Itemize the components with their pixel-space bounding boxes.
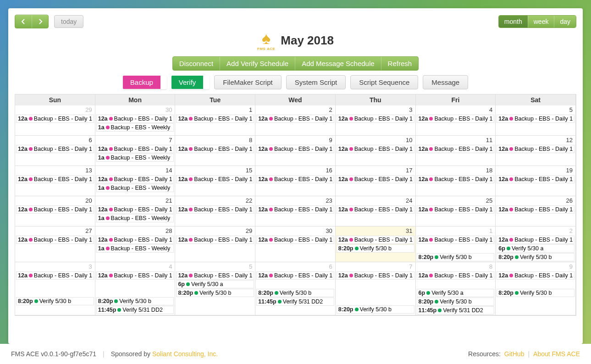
calendar-cell[interactable]: 1612aBackup - EBS - Daily 12 bbox=[255, 166, 336, 196]
calendar-event[interactable]: 12aBackup - EBS - Daily 12 bbox=[256, 175, 334, 183]
calendar-event[interactable]: 1aBackup - EBS - Weekly 0 bbox=[96, 244, 174, 253]
calendar-event[interactable]: 12aBackup - EBS - Daily 12 bbox=[256, 205, 334, 214]
calendar-cell[interactable]: 2512aBackup - EBS - Daily 12 bbox=[416, 196, 496, 226]
calendar-cell[interactable]: 2712aBackup - EBS - Daily 12 bbox=[15, 226, 95, 262]
calendar-event[interactable]: 12aBackup - EBS - Daily 12 bbox=[417, 205, 495, 214]
calendar-event[interactable]: 12aBackup - EBS - Daily 12 bbox=[256, 115, 334, 123]
calendar-cell[interactable]: 1812aBackup - EBS - Daily 12 bbox=[416, 166, 496, 196]
calendar-event[interactable]: 12aBackup - EBS - Daily 12 bbox=[16, 115, 94, 123]
calendar-cell[interactable]: 2912aBackup - EBS - Daily 12 bbox=[175, 226, 255, 262]
refresh-button[interactable]: Refresh bbox=[381, 57, 419, 70]
calendar-cell[interactable]: 1412aBackup - EBS - Daily 121aBackup - E… bbox=[95, 166, 176, 196]
calendar-event[interactable]: 12aBackup - EBS - Daily 12 bbox=[176, 205, 254, 214]
calendar-event[interactable]: 12aBackup - EBS - Daily 12 bbox=[417, 236, 495, 244]
calendar-event[interactable]: 1aBackup - EBS - Weekly 0 bbox=[96, 154, 174, 162]
prev-button[interactable] bbox=[15, 15, 32, 28]
calendar-event[interactable]: 8:20pVerify 5/30 b bbox=[16, 297, 94, 305]
calendar-cell[interactable]: 2212aBackup - EBS - Daily 12 bbox=[175, 196, 255, 226]
calendar-cell[interactable]: 412aBackup - EBS - Daily 12 bbox=[416, 105, 496, 136]
calendar-event[interactable]: 12aBackup - EBS - Daily 12 bbox=[176, 145, 254, 153]
calendar-cell[interactable]: 2112aBackup - EBS - Daily 121aBackup - E… bbox=[95, 196, 176, 226]
calendar-event[interactable]: 12aBackup - EBS - Daily 12 bbox=[96, 115, 174, 123]
calendar-cell[interactable]: 812aBackup - EBS - Daily 12 bbox=[175, 136, 255, 166]
calendar-event[interactable]: 12aBackup - EBS - Daily 12 bbox=[417, 115, 495, 123]
add-message-schedule-button[interactable]: Add Message Schedule bbox=[295, 57, 381, 70]
calendar-cell[interactable]: 2412aBackup - EBS - Daily 12 bbox=[336, 196, 416, 226]
calendar-event[interactable]: 12aBackup - EBS - Daily 12 bbox=[96, 271, 174, 280]
calendar-event[interactable]: 11:45pVerify 5/31 DD2 bbox=[417, 306, 495, 314]
calendar-cell[interactable]: 912aBackup - EBS - Daily 128:20pVerify 5… bbox=[496, 262, 576, 315]
calendar-event[interactable]: 12aBackup - EBS - Daily 12 bbox=[497, 175, 574, 183]
calendar-cell[interactable]: 2812aBackup - EBS - Daily 121aBackup - E… bbox=[95, 226, 176, 262]
calendar-cell[interactable]: 1112aBackup - EBS - Daily 12 bbox=[416, 136, 496, 166]
calendar-cell[interactable]: 1912aBackup - EBS - Daily 12 bbox=[496, 166, 576, 196]
calendar-cell[interactable]: 312aBackup - EBS - Daily 12 bbox=[336, 105, 416, 136]
calendar-cell[interactable]: 1312aBackup - EBS - Daily 12 bbox=[15, 166, 95, 196]
calendar-cell[interactable]: 412aBackup - EBS - Daily 128:20pVerify 5… bbox=[95, 262, 176, 315]
calendar-event[interactable]: 8:20pVerify 5/30 b bbox=[417, 298, 495, 306]
sponsor-link[interactable]: Soliant Consulting, Inc. bbox=[152, 350, 218, 358]
calendar-event[interactable]: 12aBackup - EBS - Daily 12 bbox=[337, 271, 414, 280]
filter-filemaker-script[interactable]: FileMaker Script bbox=[214, 75, 281, 89]
calendar-event[interactable]: 12aBackup - EBS - Daily 12 bbox=[96, 205, 174, 214]
calendar-event[interactable]: 12aBackup - EBS - Daily 12 bbox=[16, 271, 94, 280]
calendar-event[interactable]: 12aBackup - EBS - Daily 12 bbox=[337, 175, 414, 183]
calendar-event[interactable]: 12aBackup - EBS - Daily 12 bbox=[417, 271, 495, 280]
calendar-event[interactable]: 12aBackup - EBS - Daily 12 bbox=[16, 236, 94, 244]
today-button[interactable]: today bbox=[54, 15, 83, 28]
calendar-cell[interactable]: 712aBackup - EBS - Daily 128:20pVerify 5… bbox=[336, 262, 416, 315]
calendar-event[interactable]: 12aBackup - EBS - Daily 12 bbox=[337, 115, 414, 123]
calendar-event[interactable]: 12aBackup - EBS - Daily 12 bbox=[337, 205, 414, 214]
calendar-event[interactable]: 12aBackup - EBS - Daily 12 bbox=[417, 145, 495, 153]
calendar-cell[interactable]: 3012aBackup - EBS - Daily 121aBackup - E… bbox=[95, 105, 176, 136]
calendar-event[interactable]: 12aBackup - EBS - Daily 12 bbox=[96, 236, 174, 244]
calendar-cell[interactable]: 2612aBackup - EBS - Daily 12 bbox=[496, 196, 576, 226]
calendar-event[interactable]: 6pVerify 5/30 a bbox=[497, 244, 574, 253]
calendar-event[interactable]: 8:20pVerify 5/30 b bbox=[417, 253, 495, 261]
calendar-event[interactable]: 12aBackup - EBS - Daily 12 bbox=[497, 236, 574, 244]
calendar-event[interactable]: 1aBackup - EBS - Weekly 0 bbox=[96, 184, 174, 192]
calendar-cell[interactable]: 1512aBackup - EBS - Daily 12 bbox=[175, 166, 255, 196]
calendar-event[interactable]: 8:20pVerify 5/30 b bbox=[337, 244, 414, 253]
filter-script-sequence[interactable]: Script Sequence bbox=[350, 75, 418, 89]
calendar-event[interactable]: 11:45pVerify 5/31 DD2 bbox=[256, 298, 334, 306]
github-link[interactable]: GitHub bbox=[504, 350, 525, 358]
calendar-event[interactable]: 12aBackup - EBS - Daily 12 bbox=[16, 145, 94, 153]
calendar-event[interactable]: 12aBackup - EBS - Daily 12 bbox=[497, 205, 574, 214]
calendar-event[interactable]: 6pVerify 5/30 a bbox=[176, 280, 254, 288]
view-day[interactable]: day bbox=[554, 16, 576, 28]
filter-checkbox[interactable] bbox=[203, 76, 210, 89]
calendar-event[interactable]: 12aBackup - EBS - Daily 12 bbox=[337, 236, 414, 244]
disconnect-button[interactable]: Disconnect bbox=[173, 57, 220, 70]
calendar-cell[interactable]: 212aBackup - EBS - Daily 12 bbox=[255, 105, 336, 136]
filter-backup[interactable]: Backup bbox=[123, 75, 167, 89]
calendar-cell[interactable]: 912aBackup - EBS - Daily 12 bbox=[255, 136, 336, 166]
filter-checkbox[interactable] bbox=[160, 76, 167, 89]
filter-message[interactable]: Message bbox=[423, 75, 468, 89]
calendar-event[interactable]: 12aBackup - EBS - Daily 12 bbox=[256, 236, 334, 244]
add-verify-schedule-button[interactable]: Add Verify Schedule bbox=[220, 57, 295, 70]
next-button[interactable] bbox=[32, 15, 48, 28]
calendar-cell[interactable]: 512aBackup - EBS - Daily 126pVerify 5/30… bbox=[175, 262, 255, 315]
calendar-cell[interactable]: 212aBackup - EBS - Daily 126pVerify 5/30… bbox=[496, 226, 576, 262]
calendar-event[interactable]: 8:20pVerify 5/30 b bbox=[337, 305, 414, 314]
calendar-event[interactable]: 8:20pVerify 5/30 b bbox=[176, 289, 254, 297]
calendar-event[interactable]: 12aBackup - EBS - Daily 12 bbox=[176, 271, 254, 280]
calendar-cell[interactable]: 512aBackup - EBS - Daily 12 bbox=[496, 105, 576, 136]
calendar-event[interactable]: 1aBackup - EBS - Weekly 0 bbox=[96, 123, 174, 132]
calendar-event[interactable]: 8:20pVerify 5/30 b bbox=[497, 253, 574, 261]
calendar-cell[interactable]: 612aBackup - EBS - Daily 128:20pVerify 5… bbox=[255, 262, 336, 315]
calendar-event[interactable]: 12aBackup - EBS - Daily 12 bbox=[337, 145, 414, 153]
view-week[interactable]: week bbox=[528, 16, 554, 28]
calendar-event[interactable]: 12aBackup - EBS - Daily 12 bbox=[256, 145, 334, 153]
calendar-cell[interactable]: 612aBackup - EBS - Daily 12 bbox=[15, 136, 95, 166]
calendar-event[interactable]: 12aBackup - EBS - Daily 12 bbox=[497, 271, 574, 280]
calendar-event[interactable]: 1aBackup - EBS - Weekly 0 bbox=[96, 214, 174, 222]
filter-verify[interactable]: Verify bbox=[171, 75, 210, 89]
calendar-event[interactable]: 12aBackup - EBS - Daily 12 bbox=[96, 145, 174, 153]
calendar-event[interactable]: 12aBackup - EBS - Daily 12 bbox=[96, 175, 174, 183]
calendar-event[interactable]: 12aBackup - EBS - Daily 12 bbox=[16, 175, 94, 183]
calendar-cell[interactable]: 2012aBackup - EBS - Daily 12 bbox=[15, 196, 95, 226]
calendar-event[interactable]: 12aBackup - EBS - Daily 12 bbox=[16, 205, 94, 214]
calendar-event[interactable]: 12aBackup - EBS - Daily 12 bbox=[256, 271, 334, 280]
